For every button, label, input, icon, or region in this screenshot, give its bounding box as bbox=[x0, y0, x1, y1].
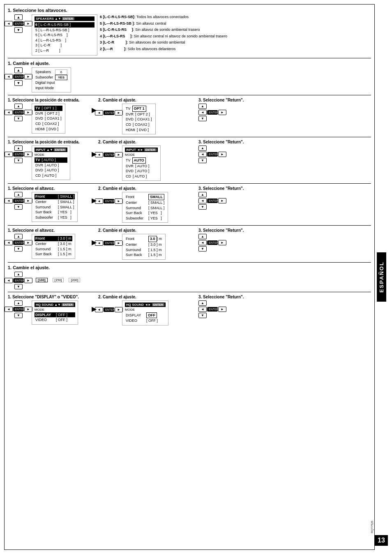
r8a-left[interactable]: ◄ bbox=[5, 307, 13, 312]
r5a-right[interactable]: ► bbox=[24, 198, 32, 203]
spk-sub-5a[interactable]: Subwoofer [ YES ] bbox=[35, 215, 75, 220]
remote-up-2[interactable]: ▲ bbox=[14, 67, 23, 73]
dist-center-6a[interactable]: Center [ 3.0 ] m bbox=[35, 241, 72, 247]
hq-display-8a[interactable]: DISPLAY [ OFF ] bbox=[35, 312, 75, 318]
r8c-enter[interactable]: ENTER bbox=[207, 307, 218, 312]
r3a-left[interactable]: ◄ bbox=[5, 110, 13, 115]
r5a-enter[interactable]: ENTER bbox=[13, 199, 24, 203]
spk-front-5a[interactable]: Front [ SMALL ] bbox=[35, 194, 75, 199]
r3b-enter[interactable]: ENTER bbox=[104, 111, 114, 115]
r4c-left[interactable]: ◄ bbox=[198, 152, 207, 157]
spk-surrback-5a[interactable]: Surr Back [ YES ] bbox=[35, 210, 75, 215]
r6a-enter[interactable]: ENTER bbox=[13, 240, 24, 245]
val-200[interactable]: [200] bbox=[69, 278, 80, 282]
mode-dvr-4b[interactable]: DVR [ AUTO ] bbox=[125, 164, 158, 169]
remote-enter[interactable]: ENTER bbox=[13, 21, 24, 26]
spk-center-5a[interactable]: Center [ SMALL ] bbox=[35, 199, 75, 205]
mode-cd-4b[interactable]: CD [ AUTO ] bbox=[125, 174, 158, 179]
mode-tv-4a[interactable]: TV [ AUTO ] bbox=[35, 157, 67, 163]
r4c-down[interactable]: ▼ bbox=[198, 158, 207, 163]
r8b-left[interactable]: ◄ bbox=[95, 307, 103, 312]
r3a-up[interactable]: ▲ bbox=[14, 104, 23, 109]
input-tv-3a[interactable]: TV [ OPT 1 ] bbox=[35, 106, 62, 111]
r3c-up[interactable]: ▲ bbox=[198, 104, 207, 109]
dist-front-6a[interactable]: Front [ 3.0 ] m bbox=[35, 236, 72, 241]
input-dvd-3a[interactable]: DVD [ COAX1 ] bbox=[35, 116, 62, 121]
r4b-right[interactable]: ► bbox=[115, 152, 123, 157]
r4c-right[interactable]: ► bbox=[218, 152, 226, 157]
r3b-right[interactable]: ► bbox=[115, 110, 123, 115]
r6c-left[interactable]: ◄ bbox=[198, 240, 207, 245]
r5a-left[interactable]: ◄ bbox=[5, 198, 13, 203]
remote-down-2[interactable]: ▼ bbox=[14, 80, 23, 86]
mode-dvr-4a[interactable]: DVR [ AUTO ] bbox=[35, 163, 67, 168]
speakers-item-2[interactable]: 5 [ L-C-R-LS-RS ] bbox=[35, 32, 95, 38]
speakers-item-5[interactable]: 2 [ L---R ] bbox=[35, 48, 95, 53]
dist-surrback-6a[interactable]: Surr Back [ 1.5 ] m bbox=[35, 252, 72, 257]
hq-video-8a[interactable]: VIDEO [ OFF ] bbox=[35, 317, 75, 323]
r5c-enter[interactable]: ENTER bbox=[207, 199, 218, 203]
remote-down[interactable]: ▼ bbox=[14, 27, 23, 33]
r6a-down[interactable]: ▼ bbox=[14, 246, 23, 252]
remote-enter-2[interactable]: ENTER bbox=[13, 74, 24, 79]
r8c-up[interactable]: ▲ bbox=[198, 300, 207, 306]
input-cd-3b[interactable]: CD [ COAX2 ] bbox=[125, 122, 153, 127]
r6c-down[interactable]: ▼ bbox=[198, 246, 207, 252]
mode-dvd-4a[interactable]: DVD [ AUTO ] bbox=[35, 168, 67, 173]
mode-tv-4b[interactable]: TV AUTO bbox=[125, 157, 158, 164]
r5b-enter[interactable]: ENTER bbox=[104, 199, 114, 203]
mode-dvd-4b[interactable]: DVD [ AUTO ] bbox=[125, 169, 158, 174]
r4a-up[interactable]: ▲ bbox=[14, 145, 23, 151]
remote-right[interactable]: ► bbox=[24, 21, 32, 26]
r5b-left[interactable]: ◄ bbox=[95, 199, 103, 204]
spk-sub-5b[interactable]: Subwoofer [ YES ] bbox=[125, 216, 165, 221]
r4c-enter[interactable]: ENTER bbox=[207, 152, 218, 157]
r7-up[interactable]: ▲ bbox=[14, 272, 23, 277]
input-hdmi-3b[interactable]: HDMI [ DVD ] bbox=[125, 127, 153, 133]
r8a-up[interactable]: ▲ bbox=[14, 300, 23, 306]
dist-surround-6a[interactable]: Surround [ 1.5 ] m bbox=[35, 247, 72, 252]
r7-right[interactable]: ► bbox=[24, 278, 32, 283]
r5b-right[interactable]: ► bbox=[115, 199, 123, 204]
r4a-down[interactable]: ▼ bbox=[14, 158, 23, 163]
r5c-down[interactable]: ▼ bbox=[198, 204, 207, 210]
spk-center-5b[interactable]: Center [ SMALL ] bbox=[125, 200, 165, 205]
input-dvr-3b[interactable]: DVR [ OPT 2 ] bbox=[125, 112, 153, 117]
dist-center-6b[interactable]: Center [ 3.0 ] m bbox=[125, 242, 163, 247]
r3c-enter[interactable]: ENTER bbox=[207, 110, 218, 115]
input-cd-3a[interactable]: CD [ COAX2 ] bbox=[35, 121, 62, 127]
r5c-right[interactable]: ► bbox=[218, 198, 226, 203]
r7-enter[interactable]: ENTER bbox=[13, 278, 24, 283]
dist-surround-6b[interactable]: Surround [ 1.5 ] m bbox=[125, 247, 163, 253]
r6b-enter[interactable]: ENTER bbox=[104, 241, 114, 245]
speakers-item-3[interactable]: 4 [ L---R-LS-RS ] bbox=[35, 38, 95, 43]
r3c-right[interactable]: ► bbox=[218, 110, 226, 115]
dist-front-6b[interactable]: Front 3.0 ] m bbox=[125, 236, 163, 242]
spk-surround-5b[interactable]: Surround [ SMALL ] bbox=[125, 205, 165, 211]
mode-cd-4a[interactable]: CD [ AUTO ] bbox=[35, 173, 67, 178]
r5a-up[interactable]: ▲ bbox=[14, 192, 23, 197]
r4b-enter[interactable]: ENTER bbox=[104, 152, 114, 157]
r3a-right[interactable]: ► bbox=[24, 110, 32, 115]
remote-right-2[interactable]: ► bbox=[24, 74, 32, 79]
r7-down[interactable]: ▼ bbox=[14, 284, 23, 289]
input-dvr-3a[interactable]: DVR [ OPT 2 ] bbox=[35, 111, 62, 116]
dist-surrback-6b[interactable]: Surr Back [ 1.5 ] m bbox=[125, 252, 163, 258]
r4a-right[interactable]: ► bbox=[24, 152, 32, 157]
input-hdmi-3a[interactable]: HDMI [ DVD ] bbox=[35, 127, 62, 132]
r8b-enter[interactable]: ENTER bbox=[104, 307, 114, 312]
val-100[interactable]: [100] bbox=[36, 278, 48, 282]
val-150[interactable]: [150] bbox=[53, 278, 64, 282]
r7-left[interactable]: ◄ bbox=[5, 278, 13, 283]
remote-up[interactable]: ▲ bbox=[14, 14, 23, 20]
speakers-item-4[interactable]: 3 [ L-C-R ] bbox=[35, 43, 95, 48]
spk-surround-5a[interactable]: Surround [ SMALL ] bbox=[35, 205, 75, 210]
r3b-left[interactable]: ◄ bbox=[95, 110, 103, 115]
spk-front-5b[interactable]: Front SMALL bbox=[125, 194, 165, 200]
hq-video-8b[interactable]: VIDEO [ OFF ] bbox=[125, 318, 166, 323]
r5a-down[interactable]: ▼ bbox=[14, 204, 23, 210]
r4b-left[interactable]: ◄ bbox=[95, 152, 103, 157]
r6a-left[interactable]: ◄ bbox=[5, 240, 13, 245]
r5c-up[interactable]: ▲ bbox=[198, 192, 207, 197]
r6a-up[interactable]: ▲ bbox=[14, 234, 23, 239]
